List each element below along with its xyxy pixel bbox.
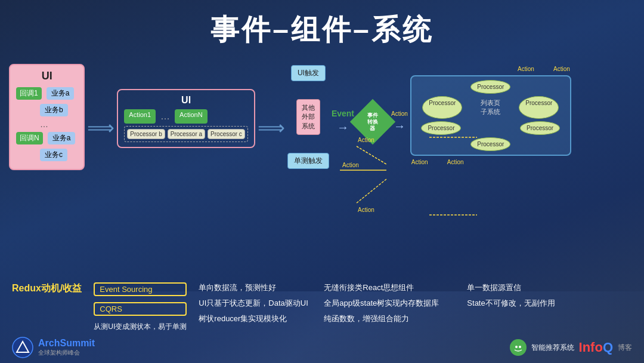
action-bot-left-label: Action	[411, 159, 428, 165]
processor-c: Processor c	[208, 129, 245, 139]
callback1: 回调1	[16, 87, 42, 100]
processor-top: Processor	[470, 80, 510, 94]
processor-a: Processor a	[168, 129, 205, 139]
business-c: 业务c	[40, 149, 67, 161]
blog-label: 博客	[618, 343, 632, 353]
processor-b: Processor b	[127, 129, 165, 139]
other-system: 其他 外部 系统	[296, 99, 320, 135]
left-arrow: ⟹	[87, 116, 114, 139]
footer: ArchSummit 全球架构师峰会 智能推荐系统 InfoQ 博客	[12, 337, 632, 358]
converter-diamond: 事件 转换 器	[350, 99, 395, 144]
arch-summit-text: ArchSummit	[38, 338, 95, 349]
action1: Action1	[124, 109, 156, 124]
wechat-icon	[510, 339, 527, 356]
converter-label: 事件 转换 器	[358, 112, 388, 131]
col3-line2: 全局app级state树实现内存数据库	[324, 298, 455, 309]
col4-line1: 单一数据源置信	[467, 282, 562, 293]
processor-mid-right: Processor	[519, 96, 559, 119]
right-system-label: 列表页子系统	[478, 96, 503, 119]
action-top-right-label: Action	[553, 66, 570, 72]
page-title: 事件–组件–系统	[0, 0, 644, 55]
business-a1: 业务a	[47, 87, 75, 100]
svg-text:Action: Action	[358, 207, 374, 213]
action-right-label: Action	[391, 110, 408, 117]
infoq-area: 智能推荐系统 InfoQ 博客	[510, 339, 632, 356]
redux-label: Redux动机/收益	[12, 282, 82, 332]
event-label: Event	[332, 109, 354, 118]
col1-line1: 从测UI变成测状本，易于单测	[94, 322, 187, 332]
ui-left-label: UI	[16, 70, 78, 82]
bottom-area: Redux动机/收益 Event Sourcing CQRS 从测UI变成测状本…	[12, 282, 632, 332]
right-system-box: Action Action Processor Processor 列表页子系统…	[410, 75, 571, 156]
action-dots: …	[158, 109, 172, 124]
business-a2: 业务a	[48, 132, 76, 144]
dots: …	[38, 119, 51, 129]
col2-line1: 单向数据流，预测性好	[199, 282, 312, 293]
event-converter: 事件 转换 器	[357, 106, 389, 138]
arch-sub-text: 全球架构师峰会	[38, 349, 95, 357]
infoq-logo: InfoQ	[579, 340, 613, 355]
middle-arrow: ⟹	[258, 116, 285, 139]
processor-bot-center: Processor	[470, 137, 510, 151]
action-top-label: Action	[518, 66, 534, 72]
svg-line-2	[357, 179, 386, 203]
callback-n: 回调N	[16, 132, 43, 144]
event-arrow: →	[337, 121, 349, 134]
svg-point-10	[515, 346, 518, 348]
ui-trigger: UI触发	[291, 65, 326, 81]
col3-line3: 纯函数数，增强组合能力	[324, 313, 455, 324]
col4-line2: State不可修改，无副作用	[467, 298, 562, 309]
ui-left-box: UI 回调1 业务a 业务b … 回调N 业务a 业务c	[9, 64, 85, 170]
processor-bot-right: Processor	[520, 121, 560, 135]
wechat-label: 智能推荐系统	[531, 343, 574, 353]
ui-middle-label: UI	[124, 95, 248, 106]
cqrs-box: CQRS	[94, 302, 187, 316]
processor-mid-left: Processor	[422, 96, 462, 119]
business-b: 业务b	[40, 104, 68, 116]
arch-logo-icon	[12, 337, 33, 358]
arch-logo: ArchSummit 全球架构师峰会	[12, 337, 95, 358]
event-sourcing-box: Event Sourcing	[94, 282, 187, 296]
action-bot-label: Action	[447, 159, 464, 165]
col2-line3: 树状reducer集实现模块化	[199, 313, 312, 324]
svg-point-11	[519, 346, 521, 348]
col2-line2: UI只基于状态更新，Data驱动UI	[199, 298, 312, 309]
col3-line1: 无缝衔接类React思想组件	[324, 282, 455, 293]
processor-bot-left: Processor	[421, 121, 461, 135]
ui-middle-box: UI Action1 … ActionN Processor b Process…	[117, 89, 255, 148]
unit-trigger: 单测触发	[287, 153, 329, 169]
action-n: ActionN	[175, 109, 208, 124]
